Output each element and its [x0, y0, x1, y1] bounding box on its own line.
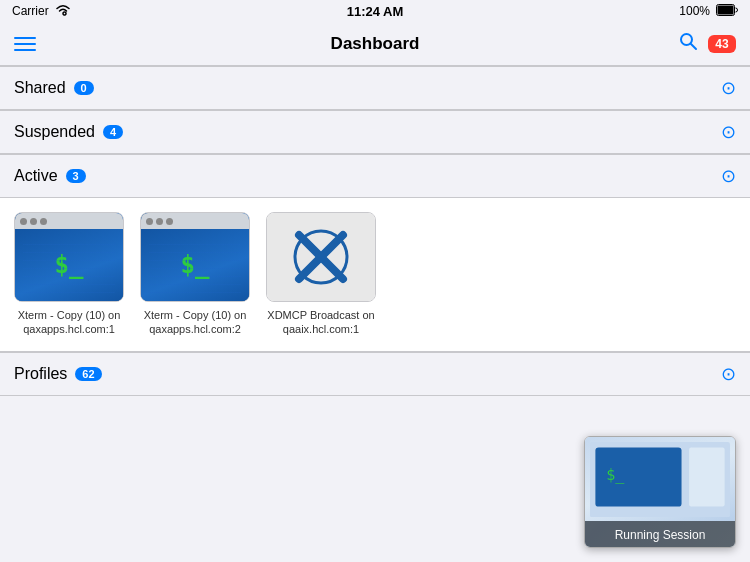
profiles-chevron-icon: ⊙ [721, 363, 736, 385]
notifications-badge[interactable]: 43 [708, 35, 736, 53]
wifi-icon [55, 4, 71, 19]
page-title: Dashboard [331, 34, 420, 54]
xterm-titlebar-2 [141, 213, 249, 229]
active-badge: 3 [66, 169, 86, 183]
active-header-left: Active 3 [14, 167, 86, 185]
nav-bar: Dashboard 43 [0, 22, 750, 66]
xterm-dot-3 [40, 218, 47, 225]
app-icon-xterm1: $_ [14, 212, 124, 302]
app-item-xterm1[interactable]: $_ Xterm - Copy (10) on qaxapps.hcl.com:… [14, 212, 124, 337]
app-item-xdmcp[interactable]: XDMCP Broadcast on qaaix.hcl.com:1 [266, 212, 376, 337]
svg-line-3 [691, 44, 696, 49]
xterm-titlebar-1 [15, 213, 123, 229]
xdmcp-icon [267, 213, 375, 301]
suspended-title: Suspended [14, 123, 95, 141]
hamburger-line-2 [14, 43, 36, 45]
xterm-body-1: $_ [15, 229, 123, 301]
app-label-xdmcp: XDMCP Broadcast on qaaix.hcl.com:1 [266, 308, 376, 337]
xterm-icon-1: $_ [15, 213, 123, 301]
profiles-badge: 62 [75, 367, 101, 381]
active-chevron-icon: ⊙ [721, 165, 736, 187]
profiles-section-header[interactable]: Profiles 62 ⊙ [0, 352, 750, 396]
app-item-xterm2[interactable]: $_ Xterm - Copy (10) on qaxapps.hcl.com:… [140, 212, 250, 337]
running-session-label-bar: Running Session [585, 521, 735, 547]
xterm-dot-2 [30, 218, 37, 225]
shared-section-header[interactable]: Shared 0 ⊙ [0, 66, 750, 110]
running-session-label: Running Session [615, 528, 706, 542]
hamburger-line-1 [14, 37, 36, 39]
xterm-dot-5 [156, 218, 163, 225]
status-time: 11:24 AM [347, 4, 404, 19]
profiles-title: Profiles [14, 365, 67, 383]
svg-rect-1 [717, 5, 733, 14]
xterm-dot-6 [166, 218, 173, 225]
menu-button[interactable] [14, 37, 36, 51]
active-section-header[interactable]: Active 3 ⊙ [0, 154, 750, 198]
session-preview-svg: $_ [590, 442, 730, 517]
nav-left [14, 37, 36, 51]
app-grid: $_ Xterm - Copy (10) on qaxapps.hcl.com:… [14, 212, 736, 337]
xterm-body-2: $_ [141, 229, 249, 301]
suspended-badge: 4 [103, 125, 123, 139]
running-session-thumb: $_ Running Session [585, 437, 735, 547]
xterm-icon-2: $_ [141, 213, 249, 301]
carrier-label: Carrier [12, 4, 49, 18]
profiles-header-left: Profiles 62 [14, 365, 102, 383]
shared-section: Shared 0 ⊙ [0, 66, 750, 110]
suspended-header-left: Suspended 4 [14, 123, 123, 141]
app-icon-xterm2: $_ [140, 212, 250, 302]
svg-text:$_: $_ [606, 466, 625, 484]
app-icon-xdmcp [266, 212, 376, 302]
battery-icon [716, 4, 738, 19]
suspended-section-header[interactable]: Suspended 4 ⊙ [0, 110, 750, 154]
svg-rect-10 [689, 447, 725, 506]
active-section-body: $_ Xterm - Copy (10) on qaxapps.hcl.com:… [0, 198, 750, 352]
profiles-section: Profiles 62 ⊙ [0, 352, 750, 396]
running-session-thumbnail[interactable]: $_ Running Session [584, 436, 736, 548]
status-right: 100% [679, 4, 738, 19]
xterm-dot-4 [146, 218, 153, 225]
shared-title: Shared [14, 79, 66, 97]
xdmcp-logo-svg [291, 227, 351, 287]
xterm-dot-1 [20, 218, 27, 225]
running-session-inner: $_ [585, 437, 735, 521]
shared-header-left: Shared 0 [14, 79, 94, 97]
active-title: Active [14, 167, 58, 185]
status-left: Carrier [12, 4, 71, 19]
suspended-chevron-icon: ⊙ [721, 121, 736, 143]
nav-right: 43 [678, 31, 736, 56]
status-bar: Carrier 11:24 AM 100% [0, 0, 750, 22]
search-button[interactable] [678, 31, 698, 56]
shared-chevron-icon: ⊙ [721, 77, 736, 99]
suspended-section: Suspended 4 ⊙ [0, 110, 750, 154]
app-label-xterm1: Xterm - Copy (10) on qaxapps.hcl.com:1 [14, 308, 124, 337]
hamburger-line-3 [14, 49, 36, 51]
shared-badge: 0 [74, 81, 94, 95]
active-section: Active 3 ⊙ $_ [0, 154, 750, 352]
battery-label: 100% [679, 4, 710, 18]
app-label-xterm2: Xterm - Copy (10) on qaxapps.hcl.com:2 [140, 308, 250, 337]
